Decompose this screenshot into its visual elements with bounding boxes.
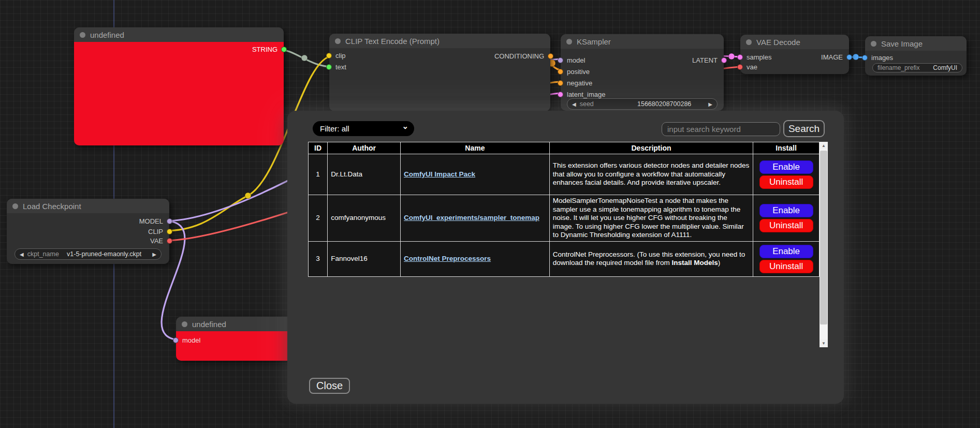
node-collapse-dot-icon[interactable] bbox=[182, 321, 187, 327]
output-label: STRING bbox=[252, 46, 277, 53]
output-dot-string[interactable] bbox=[281, 47, 287, 52]
enable-button[interactable]: Enable bbox=[759, 245, 813, 258]
uninstall-button[interactable]: Uninstall bbox=[759, 219, 813, 232]
scroll-down-icon[interactable]: ▼ bbox=[820, 340, 828, 347]
node-title-bar[interactable]: KSampler bbox=[561, 34, 724, 49]
output-label: LATENT bbox=[692, 56, 718, 64]
node-ksampler[interactable]: KSampler model positive negative latent_… bbox=[561, 34, 724, 111]
reroute-dot-latent[interactable] bbox=[728, 53, 735, 60]
filename-prefix-widget[interactable]: filename_prefix ComfyUI bbox=[872, 63, 962, 72]
extension-link[interactable]: ComfyUI_experiments/sampler_tonemap bbox=[404, 214, 539, 222]
input-label: clip bbox=[335, 52, 346, 60]
node-body: model bbox=[176, 331, 300, 361]
output-dot-vae[interactable] bbox=[167, 238, 172, 244]
output-dot-conditioning[interactable] bbox=[548, 53, 553, 59]
input-dot-clip[interactable] bbox=[326, 53, 332, 58]
node-title-bar[interactable]: Save Image bbox=[865, 36, 967, 51]
node-title: CLIP Text Encode (Prompt) bbox=[345, 37, 440, 46]
node-collapse-dot-icon[interactable] bbox=[746, 39, 752, 45]
node-body: STRING bbox=[74, 42, 284, 145]
enable-button[interactable]: Enable bbox=[759, 204, 813, 217]
output-dot-latent[interactable] bbox=[721, 57, 727, 63]
output-label: CLIP bbox=[148, 228, 163, 235]
cell-author: comfyanonymous bbox=[328, 195, 401, 242]
node-save-image[interactable]: Save Image images filename_prefix ComfyU… bbox=[865, 36, 967, 76]
cell-author: Dr.Lt.Data bbox=[328, 154, 401, 195]
node-collapse-dot-icon[interactable] bbox=[12, 203, 18, 209]
node-title-bar[interactable]: undefined bbox=[176, 317, 300, 331]
search-button[interactable]: Search bbox=[783, 120, 825, 137]
node-clip-text-encode[interactable]: CLIP Text Encode (Prompt) clip text COND… bbox=[329, 34, 550, 111]
seed-widget[interactable]: ◀ seed 156680208700286 ▶ bbox=[567, 98, 718, 110]
filter-select-wrap: Filter: all ⌄ bbox=[313, 121, 414, 136]
node-vae-decode[interactable]: VAE Decode samples vae IMAGE bbox=[740, 35, 849, 74]
table-row: 3 Fannovel16 ControlNet Preprocessors Co… bbox=[309, 241, 820, 276]
scroll-up-icon[interactable]: ▲ bbox=[820, 142, 828, 150]
output-label: CONDITIONING bbox=[494, 52, 544, 60]
filter-select[interactable]: Filter: all bbox=[313, 121, 414, 136]
node-collapse-dot-icon[interactable] bbox=[80, 32, 85, 38]
node-undefined-top[interactable]: undefined STRING bbox=[74, 27, 284, 145]
node-title-bar[interactable]: VAE Decode bbox=[740, 35, 849, 49]
input-dot-latent-image[interactable] bbox=[558, 92, 563, 97]
extension-link[interactable]: ControlNet Preprocessors bbox=[404, 255, 491, 262]
widget-value[interactable]: v1-5-pruned-emaonly.ckpt bbox=[67, 250, 141, 258]
reroute-dot-image[interactable] bbox=[853, 54, 859, 60]
output-dot-model[interactable] bbox=[167, 218, 172, 224]
output-dot-clip[interactable] bbox=[167, 229, 172, 234]
node-title-bar[interactable]: Load Checkpoint bbox=[7, 199, 169, 213]
input-label: text bbox=[335, 63, 346, 71]
node-title: Save Image bbox=[881, 39, 923, 48]
uninstall-button[interactable]: Uninstall bbox=[759, 175, 813, 189]
table-scrollbar[interactable]: ▲ ▼ bbox=[820, 142, 828, 347]
node-title: undefined bbox=[192, 320, 226, 329]
reroute-dot-string[interactable] bbox=[301, 55, 308, 61]
node-collapse-dot-icon[interactable] bbox=[335, 38, 341, 44]
input-dot-model[interactable] bbox=[173, 337, 179, 343]
extension-table: ID Author Name Description Install 1 Dr.… bbox=[308, 142, 820, 277]
cell-description: This extension offers various detector n… bbox=[549, 154, 753, 195]
uninstall-button[interactable]: Uninstall bbox=[759, 260, 813, 273]
output-dot-image[interactable] bbox=[846, 54, 852, 60]
widget-name: filename_prefix bbox=[877, 64, 919, 71]
node-load-checkpoint[interactable]: Load Checkpoint MODEL CLIP VAE ◀ ckpt_na… bbox=[7, 199, 169, 264]
output-label: MODEL bbox=[139, 217, 163, 225]
arrow-left-icon[interactable]: ◀ bbox=[572, 101, 576, 107]
extension-manager-dialog: Filter: all ⌄ Search ID Author Name Desc… bbox=[287, 111, 844, 404]
input-dot-samples[interactable] bbox=[737, 54, 743, 60]
search-input[interactable] bbox=[662, 122, 780, 136]
ckpt-name-widget[interactable]: ◀ ckpt_name v1-5-pruned-emaonly.ckpt ▶ bbox=[14, 248, 162, 260]
widget-value[interactable]: ComfyUI bbox=[933, 64, 957, 71]
reroute-dot-clip[interactable] bbox=[245, 193, 251, 199]
table-row: 1 Dr.Lt.Data ComfyUI Impact Pack This ex… bbox=[309, 154, 820, 195]
input-label: latent_image bbox=[567, 91, 605, 98]
input-dot-vae[interactable] bbox=[737, 64, 743, 70]
col-header-id: ID bbox=[309, 142, 328, 154]
arrow-left-icon[interactable]: ◀ bbox=[20, 252, 24, 257]
input-dot-text[interactable] bbox=[326, 64, 332, 70]
input-dot-negative[interactable] bbox=[558, 80, 563, 86]
input-dot-images[interactable] bbox=[862, 55, 868, 61]
input-dot-positive[interactable] bbox=[558, 69, 563, 75]
node-undefined-bottom[interactable]: undefined model bbox=[176, 317, 300, 361]
enable-button[interactable]: Enable bbox=[759, 160, 813, 174]
node-collapse-dot-icon[interactable] bbox=[871, 41, 876, 47]
node-title: undefined bbox=[90, 31, 124, 39]
input-label: images bbox=[871, 54, 893, 62]
col-header-install: Install bbox=[753, 142, 820, 154]
scrollbar-thumb[interactable] bbox=[820, 151, 827, 324]
widget-value[interactable]: 156680208700286 bbox=[637, 100, 691, 108]
col-header-description: Description bbox=[549, 142, 753, 154]
arrow-right-icon[interactable]: ▶ bbox=[152, 252, 156, 257]
node-title: Load Checkpoint bbox=[23, 202, 81, 211]
extension-table-wrap: ID Author Name Description Install 1 Dr.… bbox=[308, 142, 829, 347]
node-title: VAE Decode bbox=[756, 38, 800, 47]
col-header-name: Name bbox=[401, 142, 550, 154]
input-dot-model[interactable] bbox=[558, 57, 563, 63]
node-collapse-dot-icon[interactable] bbox=[566, 39, 572, 45]
node-title-bar[interactable]: CLIP Text Encode (Prompt) bbox=[329, 34, 550, 48]
extension-link[interactable]: ComfyUI Impact Pack bbox=[404, 170, 475, 178]
node-title-bar[interactable]: undefined bbox=[74, 27, 284, 42]
arrow-right-icon[interactable]: ▶ bbox=[708, 101, 712, 107]
close-button[interactable]: Close bbox=[309, 378, 350, 394]
